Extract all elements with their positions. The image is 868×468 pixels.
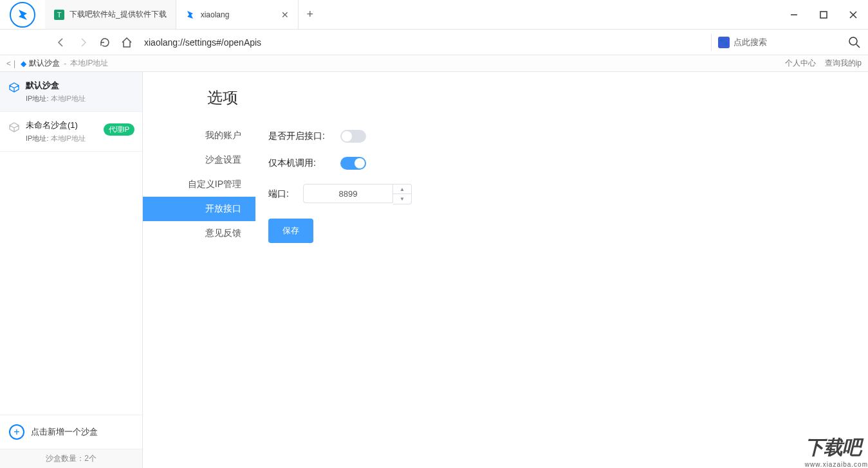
settings-nav-list: 我的账户 沙盒设置 自定义IP管理 开放接口 意见反馈 [143, 123, 255, 246]
svg-point-7 [849, 37, 857, 45]
port-steppers: ▲ ▼ [393, 184, 412, 204]
breadcrumb-ip: 本地IP地址 [70, 58, 108, 69]
proxy-badge: 代理IP [104, 123, 134, 136]
local-only-label: 仅本机调用: [268, 158, 333, 169]
nav-my-account[interactable]: 我的账户 [143, 123, 255, 148]
settings-nav: 选项 我的账户 沙盒设置 自定义IP管理 开放接口 意见反馈 [143, 85, 255, 468]
port-step-up[interactable]: ▲ [393, 184, 411, 194]
page-title: 选项 [143, 85, 255, 123]
link-profile[interactable]: 个人中心 [785, 58, 816, 69]
title-bar: T 下载吧软件站_提供软件下载 xiaolang ✕ + [0, 0, 868, 30]
sandbox-item-0[interactable]: 默认沙盒 IP地址: 本地IP地址 [0, 72, 142, 112]
address-bar: 🐾 点此搜索 [0, 30, 868, 55]
tab-1[interactable]: xiaolang ✕ [176, 0, 299, 29]
url-input[interactable] [142, 35, 703, 50]
nav-sandbox-settings[interactable]: 沙盒设置 [143, 148, 255, 172]
port-input[interactable] [303, 184, 393, 203]
breadcrumb-name[interactable]: 默认沙盒 [29, 58, 60, 69]
plus-icon: + [9, 424, 24, 440]
add-sandbox-button[interactable]: + 点击新增一个沙盒 [0, 415, 142, 449]
settings-body: 是否开启接口: 仅本机调用: 端口: ▲ ▼ 保存 [255, 85, 868, 468]
tab-title: 下载吧软件站_提供软件下载 [69, 9, 167, 20]
breadcrumb-right: 个人中心 查询我的ip [785, 58, 862, 69]
breadcrumb: < | ◆ 默认沙盒 - 本地IP地址 个人中心 查询我的ip [0, 55, 868, 72]
svg-text:T: T [57, 11, 62, 19]
sandbox-item-1[interactable]: 未命名沙盒(1) IP地址: 本地IP地址 代理IP [0, 112, 142, 152]
footer-count: 2个 [84, 454, 97, 463]
ip-label: IP地址: [26, 134, 48, 142]
svg-line-8 [856, 44, 860, 48]
window-controls [779, 0, 868, 29]
minimize-button[interactable] [779, 0, 809, 29]
link-query-ip[interactable]: 查询我的ip [825, 58, 862, 69]
sandbox-list: 默认沙盒 IP地址: 本地IP地址 未命名沙盒(1) IP地址: 本地IP地址 … [0, 72, 142, 415]
tab-0[interactable]: T 下载吧软件站_提供软件下载 [45, 0, 176, 29]
search-icon[interactable] [847, 35, 862, 50]
site-icon: T [54, 10, 64, 20]
maximize-button[interactable] [809, 0, 838, 29]
sandbox-name: 默认沙盒 [26, 80, 133, 91]
add-sandbox-label: 点击新增一个沙盒 [31, 426, 98, 438]
ip-label: IP地址: [26, 94, 48, 102]
nav-feedback[interactable]: 意见反馈 [143, 221, 255, 246]
main: 默认沙盒 IP地址: 本地IP地址 未命名沙盒(1) IP地址: 本地IP地址 … [0, 72, 868, 468]
row-enable-api: 是否开启接口: [268, 130, 868, 143]
enable-api-toggle[interactable] [340, 130, 366, 143]
chevron-left-icon[interactable]: < [6, 59, 11, 68]
save-button[interactable]: 保存 [268, 219, 313, 243]
nav-custom-ip[interactable]: 自定义IP管理 [143, 172, 255, 197]
cube-icon [9, 82, 19, 93]
row-port: 端口: ▲ ▼ [268, 184, 868, 204]
cube-icon: ◆ [21, 59, 26, 68]
back-button[interactable] [54, 35, 68, 50]
port-label: 端口: [268, 188, 295, 200]
content: 选项 我的账户 沙盒设置 自定义IP管理 开放接口 意见反馈 是否开启接口: 仅… [143, 72, 868, 468]
enable-api-label: 是否开启接口: [268, 130, 333, 142]
cube-icon [9, 122, 19, 132]
nav-open-api[interactable]: 开放接口 [143, 197, 255, 221]
breadcrumb-sep: - [64, 59, 66, 68]
row-local-only: 仅本机调用: [268, 157, 868, 170]
footer-label: 沙盒数量： [46, 454, 84, 463]
ip-value: 本地IP地址 [51, 94, 86, 102]
search-engine-icon: 🐾 [718, 37, 730, 48]
reload-button[interactable] [98, 35, 112, 50]
sidebar: 默认沙盒 IP地址: 本地IP地址 未命名沙盒(1) IP地址: 本地IP地址 … [0, 72, 143, 468]
app-logo [0, 0, 45, 29]
divider-icon: | [14, 59, 15, 68]
close-window-button[interactable] [838, 0, 868, 29]
port-step-down[interactable]: ▼ [393, 194, 411, 204]
svg-rect-4 [820, 12, 827, 18]
search-placeholder: 点此搜索 [734, 37, 767, 48]
home-button[interactable] [120, 35, 134, 50]
forward-button[interactable] [76, 35, 90, 50]
local-only-toggle[interactable] [340, 157, 366, 170]
sandbox-ip-row: IP地址: 本地IP地址 [26, 94, 133, 104]
ip-value: 本地IP地址 [51, 134, 86, 142]
new-tab-button[interactable]: + [299, 0, 322, 29]
row-save: 保存 [268, 219, 868, 243]
port-input-wrap: ▲ ▼ [303, 184, 412, 204]
search-box[interactable]: 🐾 点此搜索 [711, 34, 840, 51]
close-icon[interactable]: ✕ [281, 10, 289, 20]
sidebar-footer: 沙盒数量：2个 [0, 449, 142, 468]
tab-title: xiaolang [201, 10, 276, 19]
app-icon [185, 10, 196, 20]
tabs-row: T 下载吧软件站_提供软件下载 xiaolang ✕ + [45, 0, 779, 29]
